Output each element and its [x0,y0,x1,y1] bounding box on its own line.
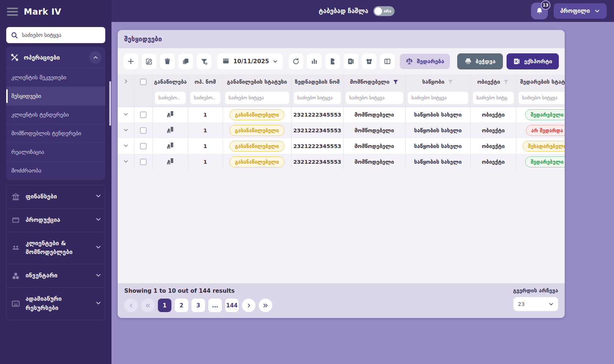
object-cell: ობიექტი [482,159,505,165]
expand-all-icon[interactable] [123,79,129,84]
column-header[interactable]: საწყობი [422,79,444,85]
sidebar-section-finances[interactable]: ფინანსები [7,185,105,208]
page-button[interactable]: 2 [175,299,188,312]
distribution-status-badge: გასანაწილებელი [230,141,284,152]
filter-input[interactable] [346,92,403,104]
filter-input[interactable] [294,92,341,104]
duplicate-button[interactable] [178,54,193,69]
select-all-checkbox[interactable] [140,79,147,85]
table-filter-row [118,89,565,107]
column-header[interactable]: ოპ. ნომ [194,79,216,85]
row-checkbox[interactable] [140,143,147,149]
sidebar-section-inventory[interactable]: ინვენტარი [7,264,105,287]
row-checkbox[interactable] [140,127,147,134]
page-ellipsis-button[interactable]: ... [208,299,222,312]
sidebar-section-human-resources[interactable]: ადამიანური რესურსები [7,287,105,320]
date-picker[interactable]: 10/11/2025 [217,53,283,69]
compare-status-badge: არ შედარდა [526,125,565,136]
export-button[interactable]: ექსპორტი [507,53,559,69]
filter-input[interactable] [225,92,289,104]
sidebar-item-purchases[interactable]: შესყიდვები [6,87,105,105]
row-checkbox[interactable] [140,111,147,118]
sidebar-item-movement[interactable]: მოძძრაობა [6,161,105,180]
sidebar-scrollbar[interactable] [109,81,111,126]
print-label: ბეჭდვა [475,58,496,65]
chevron-down-icon [95,272,101,280]
sidebar: Mark IV ოპერაციები კლიენტის შეკვეთები შე… [0,0,111,364]
distribution-status-badge: გასანაწილებელი [230,109,284,120]
row-expand-icon[interactable] [123,127,129,133]
first-page-button[interactable] [141,299,155,312]
sidebar-item-realization[interactable]: რეალიზაცია [6,143,105,161]
purchases-table: განაწილება ოპ. ნომ განაწილების სტატუსი ზ… [118,75,565,170]
waybill-number: 2321222345553 [293,159,341,165]
table-row[interactable]: 1 გასანაწილებელი 2321222345553 მომწოდებე… [118,122,565,138]
row-expand-icon[interactable] [123,143,129,148]
refresh-button[interactable] [289,54,303,69]
clear-filter-button[interactable] [197,54,211,69]
tabs-toggle-switch[interactable]: არა [374,6,395,16]
compare-label: შედარება [417,58,444,65]
columns-button[interactable] [380,54,395,69]
sidebar-section-label: ოპერაციები [24,54,84,61]
row-checkbox[interactable] [140,159,147,165]
column-header[interactable]: ზედნადების ნომ [295,79,340,85]
column-header[interactable]: განაწილება [154,79,187,85]
hamburger-menu-icon[interactable] [7,8,18,16]
row-expand-icon[interactable] [123,111,129,117]
chevrons-right-icon [262,303,269,308]
filter-icon-active[interactable] [393,79,399,85]
page-size-select[interactable]: 23 [513,297,558,311]
column-header[interactable]: განაწილების სტატუსი [227,79,287,85]
chart-button[interactable] [307,54,322,69]
table-row[interactable]: 1 გასანაწილებელი 2321222345553 მომწოდებე… [118,107,565,122]
chevron-down-icon [95,193,101,200]
filter-input[interactable] [190,92,220,104]
filter-input[interactable] [519,92,565,104]
row-expand-icon[interactable] [123,159,129,164]
sidebar-section-operations[interactable]: ოპერაციები [6,47,105,68]
sidebar-item-supplier-tenders[interactable]: მომწოდებლის ტენდერები [6,124,105,143]
column-header[interactable]: მომწოდებელი [350,79,389,85]
filter-input[interactable] [473,92,514,104]
column-header[interactable]: ობიექტი [477,79,500,85]
table-row[interactable]: 1 გასანაწილებელი 2321222345553 მომწოდებე… [118,154,565,170]
page-button[interactable]: 144 [225,299,239,312]
date-value: 10/11/2025 [233,58,269,65]
search-input[interactable] [22,32,101,38]
profile-button[interactable]: პროფილი [554,3,607,19]
last-page-button[interactable] [259,299,272,312]
sidebar-sections: ფინანსები პროდუქცია კლიენტები & მომწოდებ… [6,185,105,320]
toolbar: 10/11/2025 შედარება ბეჭდვა [118,48,565,75]
forklift-icon [166,110,175,118]
page-button[interactable]: 1 [158,299,171,312]
table-row[interactable]: 1 გასანაწილებელი 2321222345553 მომწოდებე… [118,138,565,154]
compare-button[interactable]: შედარება [400,54,450,69]
shirt-star-button[interactable] [362,54,376,69]
main-area: ტაბებად ჩაშლა არა 13 პროფილი შესყიდვები [111,0,614,364]
sidebar-item-client-tenders[interactable]: კლიენტის ტენდერები [6,105,105,124]
notifications-button[interactable]: 13 [531,3,548,19]
page-button[interactable]: 3 [192,299,205,312]
add-button[interactable] [124,54,138,69]
page-size-value: 23 [518,301,524,307]
sidebar-section-clients-suppliers[interactable]: კლიენტები & მომწოდებლები [7,232,105,264]
file-export-button[interactable] [325,54,340,69]
sidebar-section-production[interactable]: პროდუქცია [7,208,105,232]
delete-button[interactable] [160,54,175,69]
edit-button[interactable] [142,54,156,69]
filter-icon[interactable] [503,79,509,85]
filter-input[interactable] [155,92,186,104]
collapse-button[interactable] [89,51,102,64]
filter-input[interactable] [408,92,468,104]
excel-button[interactable] [344,54,358,69]
table-header-row: განაწილება ოპ. ნომ განაწილების სტატუსი ზ… [118,75,565,89]
prev-page-button[interactable] [124,299,138,312]
sidebar-item-client-orders[interactable]: კლიენტის შეკვეთები [6,68,105,87]
print-button[interactable]: ბეჭდვა [457,53,503,69]
filter-icon[interactable] [447,79,454,85]
sidebar-group-operations: ოპერაციები კლიენტის შეკვეთები შესყიდვები… [6,47,105,180]
column-header[interactable]: შედარების სტატუსი [520,79,565,85]
next-page-button[interactable] [242,299,255,312]
sidebar-search[interactable] [6,27,105,43]
